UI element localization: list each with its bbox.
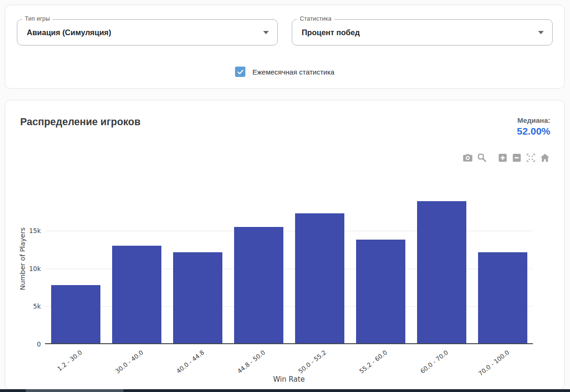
checkmark-icon — [237, 68, 244, 75]
x-tick-label: 40.0 - 44.8 — [175, 349, 205, 375]
filters-card: Тип игры Авиация (Симуляция) Статистика … — [5, 5, 565, 89]
plot-area[interactable]: 05k10k15k1.2 - 30.030.0 - 40.040.0 - 44.… — [45, 174, 533, 344]
x-axis-title: Win Rate — [273, 375, 304, 384]
median-block: Медиана: 52.00% — [517, 116, 550, 137]
x-tick-label: 30.0 - 40.0 — [114, 349, 144, 375]
x-tick-label: 50.0 - 55.2 — [297, 349, 327, 375]
y-tick-label: 10k — [29, 265, 41, 272]
game-type-select[interactable]: Тип игры Авиация (Симуляция) — [17, 19, 278, 45]
monthly-stats-label[interactable]: Ежемесячная статистика — [252, 68, 334, 76]
zoom-out-icon[interactable] — [512, 153, 521, 162]
chart-header: Распределение игроков Медиана: 52.00% — [20, 116, 550, 137]
bar-50.0 - 55.2[interactable] — [295, 213, 344, 343]
horizontal-scrollbar-thumb[interactable] — [26, 389, 123, 392]
y-tick-label: 0 — [37, 340, 41, 348]
y-tick-label: 5k — [33, 302, 41, 310]
page: Тип игры Авиация (Симуляция) Статистика … — [0, 0, 570, 392]
y-axis-title: Number of Players — [19, 227, 26, 290]
median-label: Медиана: — [517, 116, 550, 124]
bar-70.0 - 100.0[interactable] — [478, 252, 527, 343]
autoscale-icon[interactable] — [526, 153, 535, 162]
monthly-stats-checkbox[interactable] — [235, 67, 245, 77]
x-tick-label: 60.0 - 70.0 — [419, 349, 449, 375]
x-tick-label: 44.8 - 50.0 — [236, 349, 266, 375]
x-tick-label: 1.2 - 30.0 — [56, 349, 84, 372]
bar-60.0 - 70.0[interactable] — [417, 201, 466, 343]
x-tick-label: 55.2 - 60.0 — [358, 349, 388, 375]
chart-card: Распределение игроков Медиана: 52.00% — [5, 100, 565, 390]
chevron-down-icon — [263, 31, 269, 34]
home-icon[interactable] — [540, 153, 549, 162]
bar-44.8 - 50.0[interactable] — [234, 227, 283, 343]
statistic-select-label: Статистика — [297, 15, 334, 22]
zoom-in-icon[interactable] — [498, 153, 507, 162]
median-value: 52.00% — [517, 126, 550, 137]
plotly-modebar — [463, 153, 549, 162]
monthly-stats-row: Ежемесячная статистика — [5, 67, 564, 77]
y-tick-label: 15k — [29, 227, 41, 234]
game-type-select-label: Тип игры — [22, 15, 53, 22]
camera-icon[interactable] — [463, 153, 472, 162]
selects-row: Тип игры Авиация (Симуляция) Статистика … — [17, 19, 553, 45]
statistic-select-value: Процент побед — [302, 28, 360, 37]
x-tick-label: 70.0 - 100.0 — [477, 349, 511, 377]
statistic-select[interactable]: Статистика Процент побед — [292, 19, 553, 45]
bar-30.0 - 40.0[interactable] — [112, 246, 161, 343]
bar-55.2 - 60.0[interactable] — [356, 240, 405, 343]
chevron-down-icon — [538, 31, 544, 34]
game-type-select-value: Авиация (Симуляция) — [27, 28, 111, 37]
chart-title: Распределение игроков — [20, 116, 140, 128]
zoom-icon[interactable] — [477, 153, 486, 162]
bar-1.2 - 30.0[interactable] — [51, 285, 100, 343]
horizontal-scrollbar[interactable] — [0, 389, 570, 392]
bar-40.0 - 44.8[interactable] — [173, 252, 222, 343]
